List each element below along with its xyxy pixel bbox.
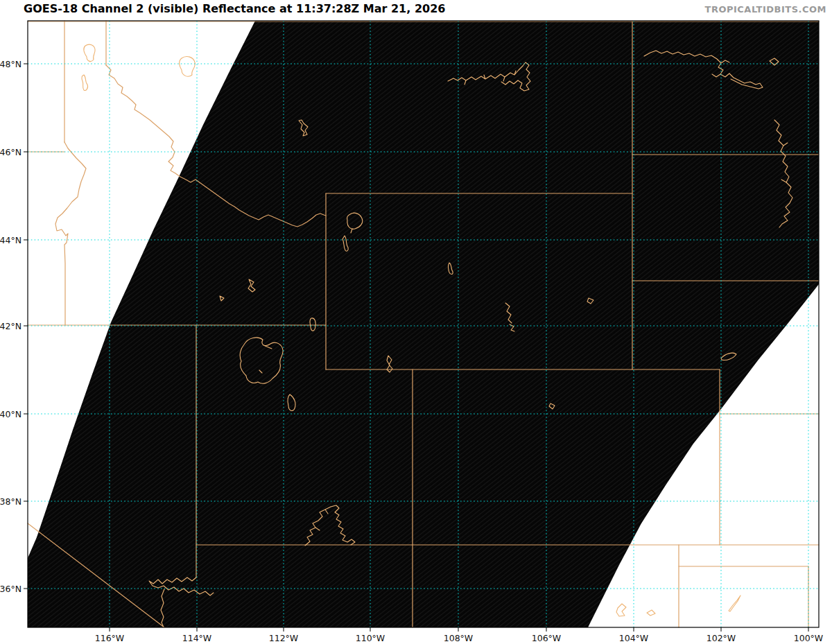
lon-tick-label: 106°W — [532, 633, 561, 643]
satellite-map: 48°N46°N44°N42°N40°N38°N36°N116°W114°W11… — [0, 0, 832, 644]
lat-tick-label: 46°N — [0, 147, 21, 157]
lat-tick-label: 42°N — [0, 321, 21, 331]
lat-tick-label: 48°N — [0, 59, 21, 69]
lon-tick-label: 104°W — [619, 633, 648, 643]
lon-tick-label: 114°W — [182, 633, 211, 643]
lat-tick-label: 40°N — [0, 409, 21, 419]
lon-tick-label: 102°W — [707, 633, 736, 643]
lon-tick-label: 108°W — [444, 633, 473, 643]
lon-tick-label: 100°W — [794, 633, 823, 643]
satellite-image-page: GOES-18 Channel 2 (visible) Reflectance … — [0, 0, 832, 644]
lat-tick-label: 36°N — [0, 584, 21, 594]
lon-tick-label: 112°W — [269, 633, 298, 643]
lat-tick-label: 38°N — [0, 496, 21, 507]
lat-tick-label: 44°N — [0, 235, 21, 245]
lon-tick-label: 110°W — [356, 633, 385, 643]
lon-tick-label: 116°W — [95, 633, 124, 643]
